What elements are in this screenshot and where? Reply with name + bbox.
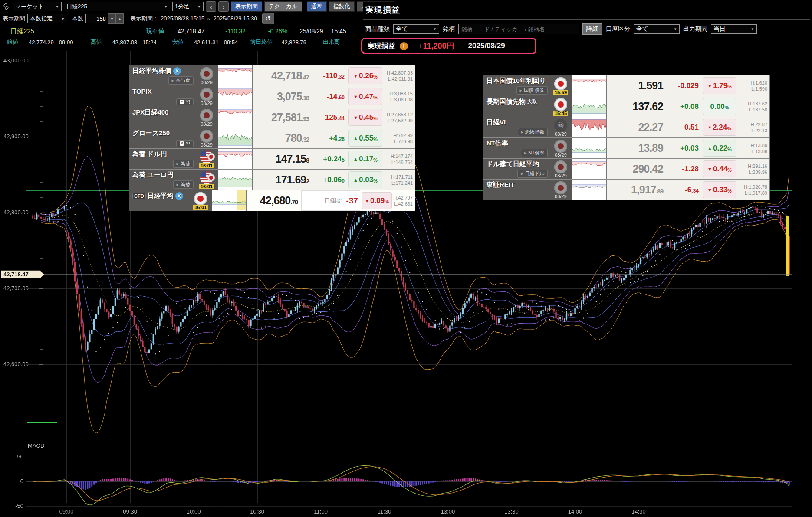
display-period-button[interactable]: 表示期間 xyxy=(231,1,262,12)
mini-chart-cell[interactable] xyxy=(218,86,253,107)
market-row[interactable]: TOPIX↗Y!08/293,075.18-14.60▼0.47%H:3,083… xyxy=(129,86,415,107)
price-change-pct-cell: ▼0.26% xyxy=(347,65,384,86)
market-select[interactable]: マーケット▼ xyxy=(13,2,62,11)
last-price: 42,718.47 xyxy=(253,65,312,86)
symbol-filter-input[interactable] xyxy=(458,24,579,34)
mini-chart-cell[interactable] xyxy=(212,190,247,211)
percent-sign: % xyxy=(727,147,732,152)
day-high: H:22.87 xyxy=(750,121,767,128)
mini-chart-cell[interactable] xyxy=(572,96,607,117)
mini-chart xyxy=(218,65,252,85)
mini-chart-cell[interactable] xyxy=(218,149,253,169)
up-triangle-icon: ▲ xyxy=(353,177,358,183)
symbol-filter-label: 銘柄 xyxy=(443,25,455,33)
bar-count-input[interactable] xyxy=(85,14,108,23)
indexed-mode-button[interactable]: 指数化 xyxy=(329,1,355,12)
normal-mode-button[interactable]: 通常 xyxy=(307,1,327,12)
range-mode-select[interactable]: 本数指定▼ xyxy=(27,14,67,23)
market-row[interactable]: グロース250↗Y!08/29780.32+4.26▲0.55%H:782.99… xyxy=(129,128,415,149)
price-change-pct: 1.79 xyxy=(713,82,727,90)
market-row[interactable]: 為替 ドル円▶為替16:01147.158+0.245▲0.17%H:147.1… xyxy=(129,149,415,170)
market-row[interactable]: JPX日経40008/2927,581.93-125.44▼0.45%H:27,… xyxy=(129,107,415,128)
flag-reaper-icon: ☠ xyxy=(554,119,567,132)
price-change-pct: 0.00 xyxy=(710,102,725,111)
prev-close-value: 42,828.79 xyxy=(281,39,306,46)
flag-jp-icon xyxy=(194,192,207,205)
open-value: 42,774.29 xyxy=(29,39,54,46)
mini-chart-cell[interactable] xyxy=(572,159,607,179)
sub-category-button[interactable]: ▶NT倍率 xyxy=(521,149,548,157)
sub-category-button[interactable]: ▶恐怖指数 xyxy=(518,128,548,136)
day-high: H:171.711 xyxy=(391,174,413,180)
high-low-cell: H:137.62L:137.56 xyxy=(738,96,769,117)
price-change-pct: 0.45 xyxy=(359,113,373,122)
price-change-pct-cell: ▲0.17% xyxy=(347,149,384,169)
count-increment-button[interactable]: ▲ xyxy=(116,13,124,24)
sub-category-button[interactable]: ▶為替 xyxy=(173,180,194,189)
next-button[interactable]: › xyxy=(218,1,229,12)
reload-icon[interactable]: ↺ xyxy=(262,13,274,24)
high-low-cell: H:27,653.12L:27,532.99 xyxy=(384,107,415,128)
quote-timestamp: 16:01 xyxy=(199,163,214,168)
last-price: 42,680.70 xyxy=(247,190,301,211)
mini-chart-cell[interactable] xyxy=(218,65,253,86)
mini-chart-cell[interactable] xyxy=(572,180,607,200)
market-row[interactable]: CFD日経平均X16:0142,680.70日経比:-37▼0.09%H:42,… xyxy=(129,190,415,211)
triangle-right: ▶ xyxy=(177,183,179,187)
down-triangle-icon: ▼ xyxy=(707,187,712,193)
market-row[interactable]: NT倍率▶NT倍率08/2913.89+0.03▲0.22%H:13.89L:1… xyxy=(483,138,769,159)
sub-button-label: 為替 xyxy=(181,181,190,188)
price-change-pct-badge: ▼0.47% xyxy=(348,88,382,105)
triangle-right: ▶ xyxy=(524,151,526,155)
price-change: -110.32 xyxy=(225,28,245,35)
day-high: H:42,797 xyxy=(393,195,413,201)
market-row[interactable]: 日経平均株価X▶寄与度08/2942,718.47-110.32▼0.26%H:… xyxy=(129,65,415,86)
external-link-button[interactable]: ↗Y! xyxy=(176,140,194,147)
realized-pnl-panel: 実現損益 商品種類 全て▼ 銘柄 詳細 口座区分 全て▼ 出力期間 当日▼ 実現… xyxy=(363,2,810,35)
x-social-icon[interactable]: X xyxy=(175,192,183,200)
last-price: 1.591 xyxy=(607,75,667,96)
mini-chart-cell[interactable] xyxy=(218,170,253,190)
price-change: +0.03 xyxy=(667,138,701,158)
detail-button[interactable]: 詳細 xyxy=(582,23,602,35)
output-period-select[interactable]: 当日▼ xyxy=(711,24,757,34)
quote-timestamp: 08/29 xyxy=(555,173,567,178)
sub-category-button[interactable]: ▶為替 xyxy=(173,160,194,168)
mini-chart-cell[interactable] xyxy=(218,107,253,128)
sub-category-button[interactable]: ▶国債 債券 xyxy=(516,86,548,95)
link-icon[interactable] xyxy=(3,3,10,10)
market-row[interactable]: 長期国債先物大取15:45137.62+0.080.00%H:137.62L:1… xyxy=(483,96,769,117)
market-row[interactable]: 為替 ユーロ円▶為替16:01171.692+0.060▲0.03%H:171.… xyxy=(129,170,415,190)
cfd-badge: CFD xyxy=(132,193,146,199)
market-row[interactable]: 東証REIT08/291,917.89-6.34▼0.33%H:1,926.78… xyxy=(483,180,769,200)
market-row[interactable]: 日経VI▶恐怖指数☠08/2922.27-0.51▼2.24%H:22.87L:… xyxy=(483,117,769,138)
count-decrement-button[interactable]: ▼ xyxy=(108,13,116,24)
sub-category-button[interactable]: ▶日経ドル xyxy=(517,170,548,178)
last-price: 27,581.93 xyxy=(253,107,312,128)
mini-chart xyxy=(218,149,252,168)
market-row-name-cell: JPX日経400 xyxy=(129,107,195,128)
sub-category-button[interactable]: ▶寄与度 xyxy=(168,76,194,85)
percent-sign: % xyxy=(373,137,378,142)
price-change: -110.32 xyxy=(312,65,347,86)
account-type-select[interactable]: 全て▼ xyxy=(634,24,680,34)
symbol-select[interactable]: 日経225▼ xyxy=(64,2,170,11)
x-social-icon[interactable]: X xyxy=(173,67,181,75)
external-link-button[interactable]: ↗Y! xyxy=(176,98,194,105)
mini-chart-cell[interactable] xyxy=(572,75,607,96)
flag-us-icon xyxy=(200,151,213,164)
product-type-select[interactable]: 全て▼ xyxy=(393,24,439,34)
warning-icon[interactable]: ! xyxy=(400,42,408,50)
market-row[interactable]: 日本国債10年利回り▶国債 債券15:591.591-0.029▼1.79%H:… xyxy=(483,75,769,96)
price-change-pct-badge: ▲0.17% xyxy=(348,151,382,167)
prev-button[interactable]: ‹ xyxy=(206,1,216,12)
market-row[interactable]: ドル建て日経平均▶日経ドル08/29290.42-1.28▼0.44%H:291… xyxy=(483,159,769,180)
timeframe-select[interactable]: 1分足▼ xyxy=(172,2,204,11)
price-change-pct-cell: ▲0.55% xyxy=(347,128,384,148)
flag-jp-dim-icon xyxy=(200,109,213,122)
technical-button[interactable]: テクニカル xyxy=(264,1,302,12)
mini-chart-cell[interactable] xyxy=(572,117,607,137)
low-time: 09:54 xyxy=(224,39,238,46)
mini-chart-cell[interactable] xyxy=(218,128,253,148)
mini-chart-cell[interactable] xyxy=(572,138,607,158)
